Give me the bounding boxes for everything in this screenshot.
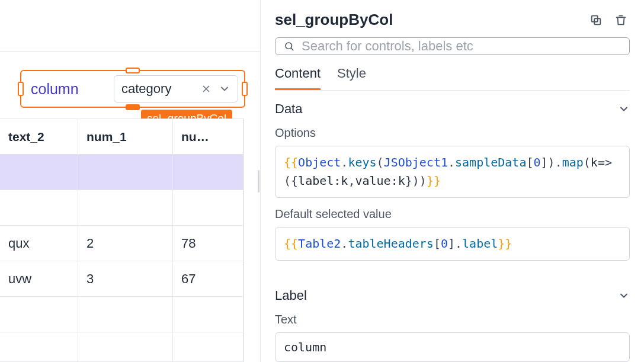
table-cell: 3 [78,261,173,296]
resize-handle-top[interactable] [126,68,140,73]
section-title: Label [275,288,307,303]
table-cell [173,332,243,362]
data-table: text_2 num_1 nu… qux278uvw367 [0,118,244,362]
options-code-input[interactable]: {{Object.keys(JSObject1.sampleData[0]).m… [275,146,630,198]
table-cell: 2 [78,226,173,261]
label-text-label: Text [275,313,630,326]
table-row[interactable] [0,190,243,226]
table-cell: 78 [173,226,243,261]
control-label: column [27,78,82,100]
table-cell [0,332,78,362]
table-header-row: text_2 num_1 nu… [0,119,243,155]
select-value: category [121,81,194,97]
column-header[interactable]: text_2 [0,119,78,154]
selected-control-frame[interactable]: column category [20,70,245,108]
table-row[interactable]: qux278 [0,226,243,261]
column-header[interactable]: num_1 [78,119,173,154]
table-cell [78,155,173,190]
default-value-code-input[interactable]: {{Table2.tableHeaders[0].label}} [275,227,630,261]
default-selected-label: Default selected value [275,207,630,221]
section-data-header[interactable]: Data [275,101,630,117]
search-field[interactable] [275,37,630,55]
table-cell [173,297,243,332]
copy-button[interactable] [587,11,605,29]
resize-handle-left[interactable] [18,82,24,96]
options-label: Options [275,126,630,140]
chevron-down-icon[interactable] [219,83,230,95]
table-cell: qux [0,226,78,261]
table-cell [173,155,243,190]
table-cell [78,190,173,225]
search-icon [284,41,294,52]
panel-tabs: Content Style [275,66,630,91]
table-cell [78,297,173,332]
resize-handle-right[interactable] [242,82,248,96]
chevron-down-icon [618,103,630,115]
table-cell [173,190,243,225]
table-cell [0,190,78,225]
delete-button[interactable] [612,11,630,29]
clear-icon[interactable] [201,84,212,94]
section-label-header[interactable]: Label [275,288,630,303]
column-header[interactable]: nu… [173,119,243,154]
table-cell [0,155,78,190]
resize-handle-bottom[interactable] [126,104,140,110]
table-row[interactable]: uvw367 [0,261,243,297]
search-input[interactable] [300,38,621,55]
panel-title: sel_groupByCol [275,11,580,29]
table-row[interactable] [0,332,243,362]
label-text-input[interactable]: column [275,332,630,362]
table-cell [0,297,78,332]
panel-splitter[interactable] [257,0,260,362]
section-title: Data [275,101,302,117]
table-cell [78,332,173,362]
tab-style[interactable]: Style [337,66,366,90]
svg-point-2 [286,43,292,49]
table-cell: uvw [0,261,78,296]
table-row[interactable] [0,297,243,332]
tab-content[interactable]: Content [275,66,321,90]
table-cell: 67 [173,261,243,296]
chevron-down-icon [618,290,630,302]
table-row[interactable] [0,155,243,190]
select-box[interactable]: category [114,75,238,102]
